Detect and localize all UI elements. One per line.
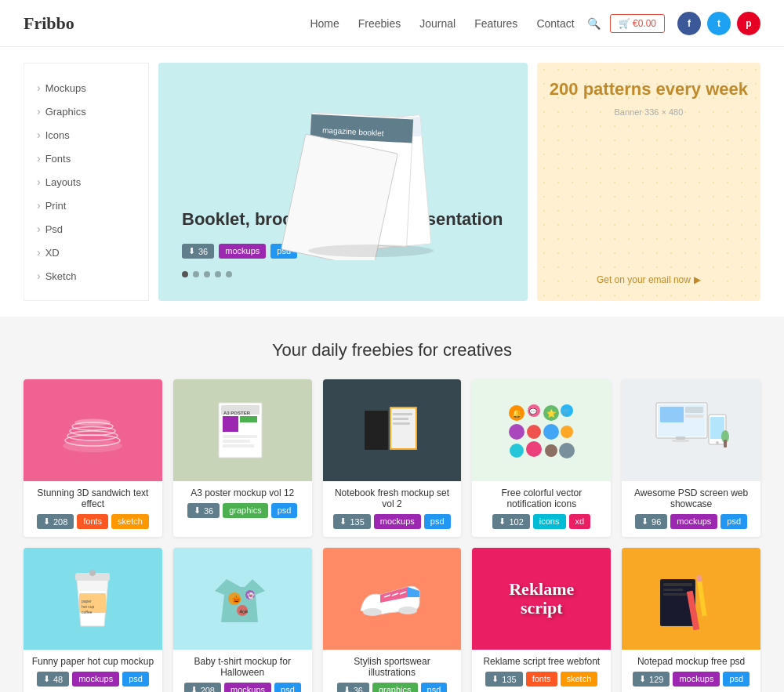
download-badge-tshirt: ⬇ 208 xyxy=(184,683,221,692)
tag-psd-notepad[interactable]: psd xyxy=(723,672,750,687)
tag-psd-cup[interactable]: psd xyxy=(122,672,149,687)
card-title-poster: A3 poster mockup vol 12 xyxy=(181,487,304,498)
tag-sketch-reklame[interactable]: sketch xyxy=(561,672,598,687)
card-title-3d-text: Stunning 3D sandwich text effect xyxy=(31,487,154,509)
ad-cta[interactable]: Get on your email now ▶ xyxy=(597,274,701,285)
card-tags-tshirt: ⬇ 208 mockups psd xyxy=(181,683,304,692)
sidebar-item-layouts[interactable]: Layouts xyxy=(24,170,148,194)
tag-icons-icons[interactable]: icons xyxy=(533,514,566,529)
ad-meta: Banner 336 × 480 xyxy=(615,107,684,117)
sidebar-item-fonts[interactable]: Fonts xyxy=(24,147,148,170)
ad-banner: 200 patterns every week Banner 336 × 480… xyxy=(537,63,760,301)
twitter-button[interactable]: t xyxy=(707,12,731,35)
svg-text:🎃: 🎃 xyxy=(232,595,241,604)
svg-text:🔔: 🔔 xyxy=(512,408,522,418)
tag-xd-icons[interactable]: xd xyxy=(569,514,591,529)
tag-sketch-3d-text[interactable]: sketch xyxy=(111,514,149,529)
card-tshirt[interactable]: 🎃 👻 🦇 Baby t-shirt mockup for Halloween … xyxy=(173,548,312,692)
download-badge-reklame: ⬇ 135 xyxy=(485,672,522,687)
card-3d-text[interactable]: Stunning 3D sandwich text effect ⬇ 208 f… xyxy=(24,379,162,537)
card-tags-reklame: ⬇ 135 fonts sketch xyxy=(480,672,603,687)
card-body-tshirt: Baby t-shirt mockup for Halloween ⬇ 208 … xyxy=(173,650,312,692)
card-image-reklame: Reklamescript xyxy=(472,548,611,650)
tag-psd-tshirt[interactable]: psd xyxy=(274,683,301,692)
svg-marker-79 xyxy=(702,615,707,624)
card-title-reklame: Reklame script free webfont xyxy=(480,656,603,667)
search-icon[interactable]: 🔍 xyxy=(587,17,601,30)
svg-point-36 xyxy=(526,441,542,457)
tag-psd-screen[interactable]: psd xyxy=(720,514,747,529)
svg-text:hot cup: hot cup xyxy=(82,604,95,609)
card-tags-icons: ⬇ 102 icons xd xyxy=(480,514,603,529)
tag-psd-notebook[interactable]: psd xyxy=(424,514,451,529)
nav-freebies[interactable]: Freebies xyxy=(358,17,401,30)
sidebar-item-print[interactable]: Print xyxy=(24,194,148,217)
svg-point-68 xyxy=(398,607,417,614)
svg-text:👻: 👻 xyxy=(247,592,255,600)
tag-fonts-reklame[interactable]: fonts xyxy=(526,672,557,687)
card-body-poster: A3 poster mockup vol 12 ⬇ 36 graphics ps… xyxy=(173,481,312,526)
card-body-icons: Free colorful vector notification icons … xyxy=(472,481,611,537)
tag-psd-poster[interactable]: psd xyxy=(271,503,298,518)
tag-mockups-tshirt[interactable]: mockups xyxy=(224,683,271,692)
sidebar-item-mockups[interactable]: Mockups xyxy=(24,76,148,100)
svg-rect-46 xyxy=(685,407,703,413)
sidebar-item-xd[interactable]: XD xyxy=(24,241,148,264)
freebies-title: Your daily freebies for creatives xyxy=(24,340,760,360)
tag-psd-shoes[interactable]: psd xyxy=(421,683,448,692)
nav-contact[interactable]: Contact xyxy=(536,17,574,30)
download-badge-screen: ⬇ 96 xyxy=(635,514,667,529)
card-cup[interactable]: paper hot cup coffee Funny paper hot cup… xyxy=(24,548,162,692)
pinterest-button[interactable]: p xyxy=(737,12,760,35)
card-body-reklame: Reklame script free webfont ⬇ 135 fonts … xyxy=(472,650,611,692)
svg-text:🛒: 🛒 xyxy=(562,408,570,415)
svg-rect-76 xyxy=(663,593,687,596)
hero-dot-4[interactable] xyxy=(215,271,221,277)
svg-text:⭐: ⭐ xyxy=(546,408,557,418)
card-icons[interactable]: 🔔 💬 ⭐ 🛒 Free colorful vector notificatio… xyxy=(472,379,611,537)
download-badge-notebook: ⬇ 135 xyxy=(333,514,370,529)
svg-text:paper: paper xyxy=(82,599,92,603)
download-badge-notepad: ⬇ 129 xyxy=(633,672,670,687)
nav-home[interactable]: Home xyxy=(310,17,339,30)
hero-dot-2[interactable] xyxy=(193,271,199,277)
svg-text:💬: 💬 xyxy=(529,408,537,415)
hero-dot-1[interactable] xyxy=(182,271,188,277)
nav-features[interactable]: Features xyxy=(474,17,517,30)
tag-fonts-3d-text[interactable]: fonts xyxy=(77,514,108,529)
sidebar-item-graphics[interactable]: Graphics xyxy=(24,100,148,123)
card-reklame[interactable]: Reklamescript Reklame script free webfon… xyxy=(472,548,611,692)
sidebar-item-psd[interactable]: Psd xyxy=(24,217,148,241)
logo[interactable]: Fribbo xyxy=(24,13,74,34)
svg-rect-16 xyxy=(240,416,257,422)
card-title-notepad: Notepad mockup free psd xyxy=(630,656,753,667)
card-title-notebook: Notebook fresh mockup set vol 2 xyxy=(331,487,454,509)
card-body-screen: Awesome PSD screen web showcase ⬇ 96 moc… xyxy=(622,481,760,537)
card-tags-notebook: ⬇ 135 mockups psd xyxy=(331,514,454,529)
card-screen[interactable]: Awesome PSD screen web showcase ⬇ 96 moc… xyxy=(622,379,760,537)
hero-download-tag: ⬇ 36 xyxy=(182,244,214,259)
card-notepad[interactable]: Notepad mockup free psd ⬇ 129 mockups ps… xyxy=(622,548,760,692)
tag-mockups-cup[interactable]: mockups xyxy=(72,672,119,687)
hero-section: Mockups Graphics Icons Fonts Layouts Pri… xyxy=(0,47,784,317)
card-notebook[interactable]: Notebook fresh mockup set vol 2 ⬇ 135 mo… xyxy=(323,379,462,537)
svg-point-35 xyxy=(510,444,524,458)
tag-mockups-notebook[interactable]: mockups xyxy=(374,514,421,529)
card-shoes[interactable]: Stylish sportswear illustrations ⬇ 36 gr… xyxy=(323,548,462,692)
tag-graphics-shoes[interactable]: graphics xyxy=(372,683,418,692)
card-image-poster: A3 POSTER xyxy=(173,379,312,481)
tag-graphics-poster[interactable]: graphics xyxy=(223,503,268,518)
tag-mockups-notepad[interactable]: mockups xyxy=(673,672,720,687)
facebook-button[interactable]: f xyxy=(677,12,701,35)
svg-point-32 xyxy=(527,425,541,439)
sidebar-item-sketch[interactable]: Sketch xyxy=(24,264,148,288)
card-image-icons: 🔔 💬 ⭐ 🛒 xyxy=(472,379,611,481)
freebies-section: Your daily freebies for creatives Stunni… xyxy=(0,317,784,692)
tag-mockups-screen[interactable]: mockups xyxy=(670,514,717,529)
sidebar-item-icons[interactable]: Icons xyxy=(24,123,148,147)
card-poster[interactable]: A3 POSTER A3 poster mockup vol 12 ⬇ 36 g… xyxy=(173,379,312,537)
nav-journal[interactable]: Journal xyxy=(419,17,456,30)
hero-dot-3[interactable] xyxy=(204,271,210,277)
cart-button[interactable]: 🛒 €0.00 xyxy=(610,14,665,33)
arrow-icon: ▶ xyxy=(694,274,701,285)
